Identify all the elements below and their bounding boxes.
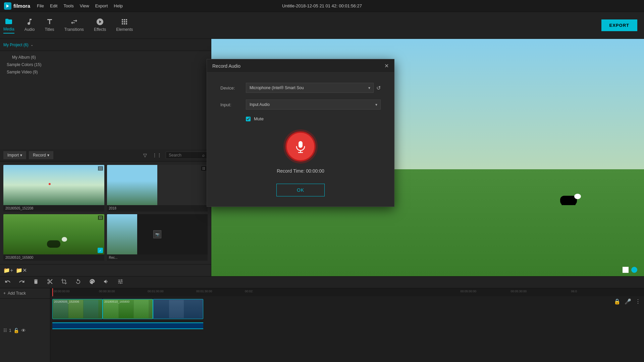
menu-file[interactable]: File: [37, 3, 44, 8]
export-button[interactable]: EXPORT: [601, 19, 637, 31]
rotate-button[interactable]: [74, 278, 83, 287]
menu-help[interactable]: Help: [114, 3, 123, 8]
filter-icon[interactable]: ▽: [142, 153, 148, 158]
timeline-right-controls: 🔒 🎤 ⋮: [614, 298, 641, 305]
add-track-button[interactable]: + Add Track: [0, 288, 50, 299]
record-mic-button[interactable]: [285, 131, 316, 162]
record-center: Record Time: 00:00:00: [220, 131, 381, 174]
track-lock-icon[interactable]: 🔓: [13, 328, 19, 333]
dialog-title: Record Audio: [212, 63, 240, 69]
playhead: [52, 288, 53, 296]
elements-label: Elements: [116, 27, 133, 32]
toolbar-audio[interactable]: Audio: [24, 18, 35, 33]
search-box: ⌕: [166, 152, 208, 159]
bottom-toolbar: [0, 276, 644, 288]
transitions-icon: [70, 18, 78, 26]
project-name[interactable]: My Project (6): [3, 43, 29, 47]
toolbar-items: Media Audio Titles Transitions: [3, 17, 133, 34]
undo-button[interactable]: [3, 278, 12, 287]
check-badge-3: ✓: [98, 248, 103, 253]
svg-marker-0: [6, 4, 9, 8]
audio-adjust-button[interactable]: [102, 278, 111, 287]
media-thumb-2: ☷: [107, 165, 208, 205]
remove-folder-icon[interactable]: 📁✕: [16, 267, 27, 274]
clip-1[interactable]: 20180505_152006: [52, 299, 103, 319]
device-select[interactable]: Microphone (Intel® Smart Sou: [246, 83, 374, 93]
expand-icon[interactable]: ⌄: [31, 43, 33, 47]
ruler-mark-7: 06:0: [571, 290, 577, 293]
delete-button[interactable]: [32, 278, 40, 287]
toolbar-media[interactable]: Media: [3, 17, 14, 34]
toolbar-effects[interactable]: Effects: [94, 18, 106, 33]
media-item-3[interactable]: ☷ ✓ 20180510_165800: [3, 214, 104, 261]
titles-label: Titles: [45, 27, 54, 32]
device-select-container: Microphone (Intel® Smart Sou ▼: [246, 83, 374, 93]
window-title: Untitle-2018-12-05 21 01 42: 00:01:56:27: [282, 3, 362, 8]
toolbar-elements[interactable]: Elements: [116, 18, 133, 33]
refresh-button[interactable]: ↺: [376, 85, 381, 91]
media-item-1[interactable]: ☷ 20180505_152208: [3, 165, 104, 212]
media-label-4: Rec...: [107, 254, 208, 261]
crop-button[interactable]: [60, 278, 68, 287]
search-icon: ⌕: [202, 153, 205, 158]
ruler-mark-3: 00:01:30:00: [196, 290, 212, 293]
track-controls: ☷ 1 🔓 👁: [0, 299, 50, 362]
ok-button[interactable]: OK: [276, 184, 325, 196]
tree-item-album[interactable]: My Album (6): [0, 54, 211, 61]
menu-export[interactable]: Export: [95, 3, 108, 8]
track-number: 1: [9, 328, 11, 333]
track-visibility-icon[interactable]: 👁: [21, 328, 26, 333]
mic-icon: [294, 140, 307, 153]
color-button[interactable]: [88, 278, 97, 287]
media-grid: ☷ 20180505_152208 ☷ 2018 ☷ ✓: [0, 162, 211, 264]
add-track-label: Add Track: [8, 291, 26, 296]
cut-button[interactable]: [46, 278, 54, 287]
menu-items: File Edit Tools View Export Help: [37, 3, 123, 8]
timeline-mic-icon[interactable]: 🎤: [625, 298, 631, 305]
clip-2[interactable]: 20180510_165800: [103, 299, 153, 319]
media-label-1: 20180505_152208: [3, 205, 104, 212]
play-button[interactable]: [631, 267, 637, 273]
dialog-close-button[interactable]: ✕: [384, 63, 389, 69]
file-tree: My Album (6) Sample Colors (15) Sample V…: [0, 51, 211, 149]
tree-item-video[interactable]: Sample Video (9): [0, 68, 211, 76]
search-input[interactable]: [169, 153, 202, 158]
grid-view-icon[interactable]: ⋮⋮: [151, 153, 163, 158]
track-clips: 20180505_152006 20180510_165800: [52, 299, 644, 322]
timeline-right: 00:00:00:00 00:00:30:00 00:01:00:00 00:0…: [50, 288, 644, 362]
transitions-label: Transitions: [64, 27, 84, 32]
device-label: Device:: [220, 85, 240, 90]
menu-edit[interactable]: Edit: [50, 3, 57, 8]
media-item-2[interactable]: ☷ 2018: [107, 165, 208, 212]
toolbar-titles[interactable]: Titles: [45, 18, 54, 33]
mute-row: Mute: [220, 116, 381, 121]
ruler-mark-6: 00:05:30:00: [511, 290, 527, 293]
ruler-mark-2: 00:01:00:00: [148, 290, 164, 293]
plus-icon: +: [3, 291, 6, 296]
timeline-shield-icon[interactable]: 🔒: [614, 298, 621, 305]
tree-item-colors[interactable]: Sample Colors (15): [0, 61, 211, 68]
import-button[interactable]: Import ▾: [3, 151, 26, 159]
menu-tools[interactable]: Tools: [63, 3, 73, 8]
project-header: My Project (6) ⌄: [0, 39, 211, 51]
clip-3[interactable]: [153, 299, 203, 319]
media-toolbar: Import ▾ Record ▾ ▽ ⋮⋮ ⌕: [0, 149, 211, 162]
device-row: Device: Microphone (Intel® Smart Sou ▼ ↺: [220, 83, 381, 93]
toolbar-transitions[interactable]: Transitions: [64, 18, 84, 33]
left-panel-footer: 📁+ 📁✕: [0, 264, 211, 276]
stop-button[interactable]: [623, 267, 629, 273]
media-item-4[interactable]: 📷 Rec...: [107, 214, 208, 261]
add-folder-icon[interactable]: 📁+: [3, 267, 13, 274]
menu-view[interactable]: View: [80, 3, 89, 8]
input-select[interactable]: Input Audio: [246, 100, 381, 110]
record-button[interactable]: Record ▾: [29, 151, 53, 159]
timeline-more-icon[interactable]: ⋮: [635, 298, 641, 305]
audio-track: [52, 322, 203, 329]
left-panel: My Project (6) ⌄ My Album (6) Sample Col…: [0, 39, 211, 276]
input-select-container: Input Audio ▼: [246, 100, 381, 110]
redo-button[interactable]: [17, 278, 26, 287]
elements-icon: [120, 18, 128, 26]
settings-button[interactable]: [116, 278, 125, 287]
mute-checkbox[interactable]: [246, 117, 251, 121]
input-row: Input: Input Audio ▼: [220, 100, 381, 110]
